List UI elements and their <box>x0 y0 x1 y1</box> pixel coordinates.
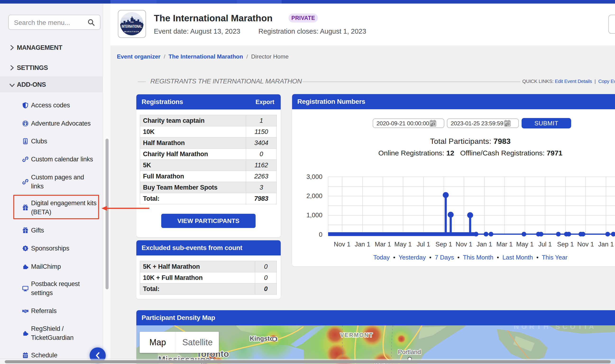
svg-text:$: $ <box>25 247 26 250</box>
svg-text:VERMONT: VERMONT <box>340 332 373 338</box>
svg-text:NORTH SCOTIA: NORTH SCOTIA <box>514 325 596 330</box>
svg-text:INTERNATIONAL: INTERNATIONAL <box>122 24 142 28</box>
svg-text:THE: THE <box>130 21 134 23</box>
svg-text:Portland: Portland <box>398 348 421 355</box>
svg-text:• MARATHON •: • MARATHON • <box>122 31 142 33</box>
